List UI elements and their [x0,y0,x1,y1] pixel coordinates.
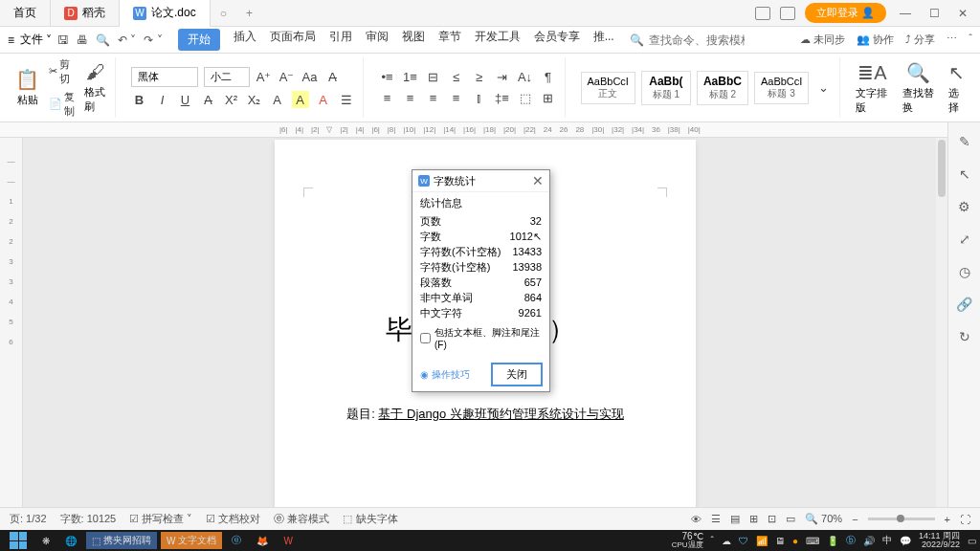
backup-tool-icon[interactable]: ↻ [959,329,970,344]
clock-tool-icon[interactable]: ◷ [959,264,970,279]
tray-cloud[interactable]: ☁ [722,536,731,546]
tray-icon[interactable]: ˆ [711,536,714,546]
include-footnotes-checkbox[interactable]: 包括文本框、脚注和尾注(F) [420,326,542,350]
layout-icon-1[interactable] [755,7,770,20]
redo-icon[interactable]: ↷ ˅ [144,33,162,47]
task-app-2[interactable]: 🌐 [59,534,82,548]
style-h2[interactable]: AaBbC标题 2 [697,71,748,105]
save-icon[interactable]: 🖫 [57,33,69,47]
align-center[interactable]: ≡ [402,90,419,107]
task-app-7[interactable]: W [278,534,298,548]
close-window-button[interactable]: ✕ [953,7,972,20]
zoom-slider[interactable] [868,518,935,520]
preview-icon[interactable]: 🔍 [96,33,110,47]
view-print-icon[interactable]: ▭ [786,513,795,525]
subscript-button[interactable]: X₂ [246,91,263,108]
tab-pagelayout[interactable]: 页面布局 [270,29,316,51]
minimize-button[interactable]: — [896,7,915,20]
tips-link[interactable]: ◉ 操作技巧 [420,368,470,382]
view-page-icon[interactable]: ▤ [730,513,740,525]
borders[interactable]: ⊞ [540,90,557,107]
spellcheck-button[interactable]: ☑ 拼写检查 ˅ [129,512,192,526]
tab-review[interactable]: 审阅 [366,29,389,51]
zoom-out[interactable]: − [852,514,858,525]
login-button[interactable]: 立即登录 👤 [805,3,886,23]
zoom-level[interactable]: 🔍 70% [805,513,842,525]
view-layout-icon[interactable]: ⊡ [768,513,776,525]
tab-view[interactable]: 视图 [402,29,425,51]
format-painter-button[interactable]: 🖌格式刷 [84,61,106,114]
bold-button[interactable]: B [131,91,148,108]
tray-pc[interactable]: 🖥 [775,536,785,546]
tab-button[interactable]: ⇥ [494,69,511,86]
highlight-button[interactable]: A [292,91,309,108]
underline-button[interactable]: U [177,91,194,108]
dialog-close-button[interactable]: ✕ [532,173,544,188]
style-more[interactable]: ⌄ [814,79,832,97]
paste-button[interactable]: 📋粘贴 [15,68,39,107]
tray-lang[interactable]: 中 [882,534,892,547]
tray-wifi[interactable]: 📶 [756,536,768,546]
decrease-indent[interactable]: ≤ [448,69,465,86]
maximize-button[interactable]: ☐ [924,7,944,20]
align-left[interactable]: ≡ [379,90,396,107]
align-justify[interactable]: ≡ [448,90,465,107]
text-layout-button[interactable]: ≣A文字排版 [856,61,888,115]
fullscreen-icon[interactable]: ⛶ [960,514,970,525]
collapse-button[interactable]: ˆ [969,33,972,47]
missing-fonts[interactable]: ⬚ 缺失字体 [343,512,397,526]
increase-indent[interactable]: ≥ [471,69,488,86]
align-right[interactable]: ≡ [425,90,442,107]
bg-color[interactable]: ⬚ [517,90,534,107]
tray-vol[interactable]: 🔊 [863,536,875,546]
bullet-list[interactable]: •≡ [379,69,396,86]
multilevel-list[interactable]: ⊟ [425,69,442,86]
tray-shield[interactable]: 🛡 [739,536,748,546]
tab-insert[interactable]: 插入 [234,29,256,51]
expand-tool-icon[interactable]: ⤢ [959,231,970,247]
shrink-font[interactable]: A⁻ [278,69,296,86]
horizontal-ruler[interactable]: |6||4||2|▽|2||4||6||8||10||12||14||16||1… [0,122,980,138]
font-effect[interactable]: A [269,91,286,108]
link-tool-icon[interactable]: 🔗 [956,297,972,312]
file-menu[interactable]: 文件 ˅ [20,32,52,48]
proofread-button[interactable]: ☑ 文档校对 [206,512,260,526]
show-marks[interactable]: ¶ [540,69,557,86]
tab-more[interactable]: 推... [593,29,614,51]
select-button[interactable]: ↖选择 [948,61,965,115]
sync-button[interactable]: ☁ 未同步 [800,33,845,47]
menu-toggle[interactable]: ≡ [8,33,14,47]
dialog-close-btn[interactable]: 关闭 [492,364,542,386]
scrollbar-thumb[interactable] [938,140,946,197]
font-name-select[interactable]: 黑体 [131,67,198,87]
share-button[interactable]: ⤴ 分享 [905,33,935,47]
tray-notif[interactable]: ▭ [968,536,976,546]
tray-bt[interactable]: ⓑ [846,534,856,547]
italic-button[interactable]: I [154,91,171,108]
task-app-5[interactable]: ⓔ [226,532,247,549]
start-button[interactable] [4,530,33,551]
tab-docer[interactable]: D稻壳 [51,0,120,27]
task-app-3[interactable]: ⬚ 携夹网招聘 [86,532,157,549]
find-replace-button[interactable]: 🔍查找替换 [902,61,935,115]
sort-button[interactable]: A↓ [517,69,534,86]
style-h3[interactable]: AaBbCcI标题 3 [754,72,809,104]
task-app-4[interactable]: W 文字文档 [161,532,222,549]
distribute[interactable]: ⫿ [471,90,488,107]
copy-button[interactable]: 📄 复制 [49,90,75,119]
view-outline-icon[interactable]: ☰ [711,513,721,525]
shading-button[interactable]: ☰ [338,91,355,108]
more-button[interactable]: ⋯ [947,33,957,47]
view-read-icon[interactable]: 👁 [691,514,702,525]
edit-tool-icon[interactable]: ✎ [959,134,970,149]
tab-document[interactable]: W论文.doc [120,0,211,27]
style-normal[interactable]: AaBbCcI正文 [581,72,635,104]
tray-battery[interactable]: 🔋 [827,536,838,546]
document-subtitle[interactable]: 题目: 基于 Django 兴趣班预约管理系统设计与实现 [313,406,657,423]
strike-button[interactable]: A̶ [200,91,217,108]
task-app-6[interactable]: 🦊 [251,534,274,548]
task-app-1[interactable]: ❋ [36,534,56,548]
compat-mode[interactable]: ⓔ 兼容模式 [274,512,329,526]
line-spacing[interactable]: ‡≡ [494,90,511,107]
grow-font[interactable]: A⁺ [256,69,273,86]
